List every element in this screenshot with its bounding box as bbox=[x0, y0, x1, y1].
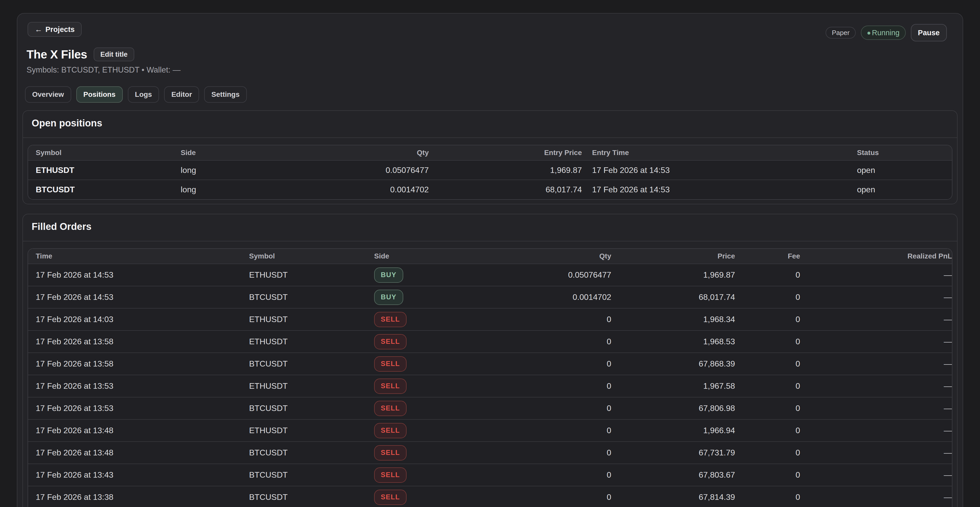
cell-price: 1,968.34 bbox=[611, 308, 735, 330]
running-status-label: Running bbox=[872, 29, 900, 37]
cell-pnl: — bbox=[800, 442, 953, 464]
cell-price: 67,803.67 bbox=[611, 464, 735, 486]
cell-qty: 0 bbox=[513, 375, 611, 397]
cell-symbol: BTCUSDT bbox=[249, 397, 374, 419]
order-row: 17 Feb 2026 at 13:53ETHUSDTSELL01,967.58… bbox=[28, 375, 953, 397]
cell-qty: 0.0014702 bbox=[513, 286, 611, 308]
side-badge-sell: SELL bbox=[374, 312, 407, 327]
open-positions-table-container: SymbolSideQtyEntry PriceEntry TimeStatus… bbox=[27, 145, 953, 200]
cell-side: SELL bbox=[374, 330, 513, 353]
column-header-pnl: Realized PnL bbox=[800, 249, 953, 264]
cell-time: 17 Feb 2026 at 13:58 bbox=[28, 330, 249, 353]
side-badge-buy: BUY bbox=[374, 290, 403, 305]
cell-time: 17 Feb 2026 at 13:53 bbox=[28, 375, 249, 397]
column-header-price: Price bbox=[611, 249, 735, 264]
running-status-badge: ● Running bbox=[861, 26, 906, 40]
section-divider bbox=[23, 241, 957, 241]
cell-pnl: — bbox=[800, 308, 953, 330]
cell-side: SELL bbox=[374, 375, 513, 397]
order-row: 17 Feb 2026 at 13:48ETHUSDTSELL01,966.94… bbox=[28, 419, 953, 442]
cell-fee: 0 bbox=[735, 375, 800, 397]
cell-fee: 0 bbox=[735, 397, 800, 419]
column-header-qty: Qty bbox=[513, 249, 611, 264]
cell-symbol: ETHUSDT bbox=[249, 419, 374, 442]
pause-button[interactable]: Pause bbox=[911, 24, 947, 41]
cell-time: 17 Feb 2026 at 14:03 bbox=[28, 308, 249, 330]
cell-symbol: ETHUSDT bbox=[249, 308, 374, 330]
cell-side: SELL bbox=[374, 464, 513, 486]
back-arrow-icon: ← bbox=[35, 25, 42, 34]
order-row: 17 Feb 2026 at 14:03ETHUSDTSELL01,968.34… bbox=[28, 308, 953, 330]
table-header-row: SymbolSideQtyEntry PriceEntry TimeStatus bbox=[28, 145, 953, 160]
cell-entry-time: 17 Feb 2026 at 14:53 bbox=[582, 160, 855, 180]
tab-overview[interactable]: Overview bbox=[25, 86, 71, 103]
cell-side: SELL bbox=[374, 419, 513, 442]
cell-qty: 0 bbox=[513, 308, 611, 330]
cell-side: SELL bbox=[374, 353, 513, 375]
cell-price: 1,969.87 bbox=[611, 264, 735, 286]
cell-time: 17 Feb 2026 at 13:58 bbox=[28, 353, 249, 375]
cell-entry-price: 1,969.87 bbox=[429, 160, 582, 180]
cell-symbol: BTCUSDT bbox=[249, 464, 374, 486]
cell-fee: 0 bbox=[735, 486, 800, 507]
cell-price: 67,731.79 bbox=[611, 442, 735, 464]
side-badge-sell: SELL bbox=[374, 445, 407, 461]
cell-qty: 0 bbox=[513, 353, 611, 375]
cell-qty: 0 bbox=[513, 442, 611, 464]
cell-price: 1,966.94 bbox=[611, 419, 735, 442]
column-header-qty: Qty bbox=[281, 145, 429, 160]
cell-symbol: ETHUSDT bbox=[28, 160, 179, 180]
cell-symbol: BTCUSDT bbox=[249, 286, 374, 308]
cell-qty: 0 bbox=[513, 397, 611, 419]
edit-title-button[interactable]: Edit title bbox=[94, 48, 134, 61]
cell-symbol: ETHUSDT bbox=[249, 375, 374, 397]
cell-side: long bbox=[179, 180, 281, 199]
side-badge-sell: SELL bbox=[374, 334, 407, 349]
cell-pnl: — bbox=[800, 486, 953, 507]
title-row: The X Files Edit title bbox=[27, 48, 958, 61]
cell-symbol: BTCUSDT bbox=[28, 180, 179, 199]
column-header-time: Time bbox=[28, 249, 249, 264]
side-badge-sell: SELL bbox=[374, 423, 407, 438]
tab-positions[interactable]: Positions bbox=[76, 86, 123, 103]
filled-orders-section: Filled Orders TimeSymbolSideQtyPriceFeeR… bbox=[22, 214, 958, 507]
cell-price: 67,868.39 bbox=[611, 353, 735, 375]
order-row: 17 Feb 2026 at 13:48BTCUSDTSELL067,731.7… bbox=[28, 442, 953, 464]
cell-time: 17 Feb 2026 at 13:48 bbox=[28, 419, 249, 442]
cell-pnl: — bbox=[800, 375, 953, 397]
column-header-side: Side bbox=[179, 145, 281, 160]
cell-status: open bbox=[855, 180, 953, 199]
column-header-symbol: Symbol bbox=[249, 249, 374, 264]
column-header-side: Side bbox=[374, 249, 513, 264]
open-positions-title: Open positions bbox=[32, 118, 953, 129]
back-to-projects-button[interactable]: ← Projects bbox=[27, 22, 82, 37]
tab-bar: OverviewPositionsLogsEditorSettings bbox=[25, 86, 958, 103]
filled-orders-table-container: TimeSymbolSideQtyPriceFeeRealized PnL17 … bbox=[27, 248, 953, 507]
cell-side: SELL bbox=[374, 486, 513, 507]
side-badge-sell: SELL bbox=[374, 356, 407, 371]
cell-pnl: — bbox=[800, 264, 953, 286]
cell-fee: 0 bbox=[735, 264, 800, 286]
cell-qty: 0.05076477 bbox=[513, 264, 611, 286]
cell-side: long bbox=[179, 160, 281, 180]
header-controls: Paper ● Running Pause bbox=[826, 24, 947, 41]
order-row: 17 Feb 2026 at 14:53BTCUSDTBUY0.00147026… bbox=[28, 286, 953, 308]
side-badge-sell: SELL bbox=[374, 467, 407, 483]
side-badge-sell: SELL bbox=[374, 489, 407, 505]
cell-qty: 0 bbox=[513, 486, 611, 507]
side-badge-buy: BUY bbox=[374, 268, 403, 283]
back-button-label: Projects bbox=[45, 25, 75, 34]
cell-qty: 0 bbox=[513, 419, 611, 442]
cell-pnl: — bbox=[800, 353, 953, 375]
order-row: 17 Feb 2026 at 13:43BTCUSDTSELL067,803.6… bbox=[28, 464, 953, 486]
filled-orders-title: Filled Orders bbox=[32, 221, 953, 232]
tab-editor[interactable]: Editor bbox=[164, 86, 199, 103]
cell-pnl: — bbox=[800, 419, 953, 442]
cell-pnl: — bbox=[800, 286, 953, 308]
cell-entry-time: 17 Feb 2026 at 14:53 bbox=[582, 180, 855, 199]
cell-status: open bbox=[855, 160, 953, 180]
tab-logs[interactable]: Logs bbox=[128, 86, 159, 103]
filled-orders-table: TimeSymbolSideQtyPriceFeeRealized PnL17 … bbox=[28, 249, 953, 507]
cell-time: 17 Feb 2026 at 13:53 bbox=[28, 397, 249, 419]
tab-settings[interactable]: Settings bbox=[204, 86, 247, 103]
